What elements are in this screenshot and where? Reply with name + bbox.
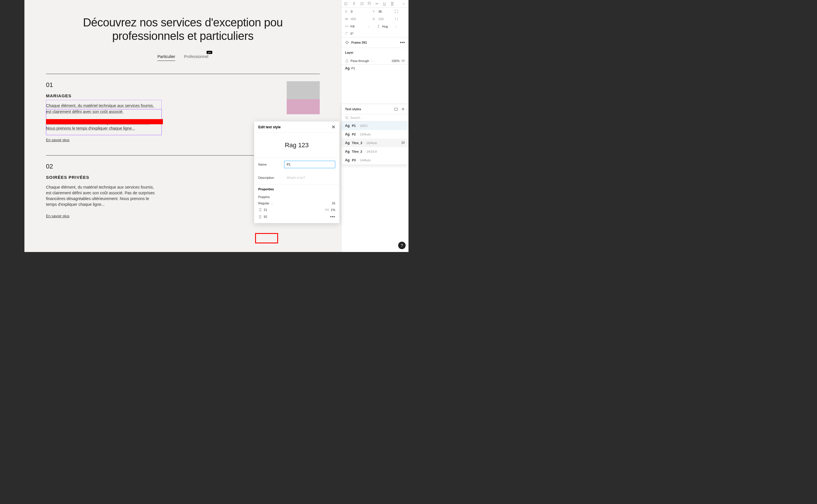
distribute-icon[interactable] bbox=[390, 2, 394, 6]
search-icon bbox=[345, 116, 349, 119]
more-type-options-icon[interactable]: ••• bbox=[330, 214, 335, 219]
align-right-icon[interactable] bbox=[360, 2, 363, 6]
align-hcenter-icon[interactable] bbox=[352, 2, 356, 6]
text-styles-search[interactable]: Search bbox=[342, 114, 408, 121]
more-alignment-icon[interactable] bbox=[402, 2, 406, 6]
font-weight[interactable]: Regular bbox=[258, 201, 270, 205]
text-style-item-p1[interactable]: Ag P1 · 16/21 bbox=[342, 121, 408, 130]
style-description-input[interactable] bbox=[284, 174, 335, 181]
annotation-red-highlight bbox=[46, 119, 163, 124]
text-styles-title: Text styles bbox=[345, 107, 361, 111]
svg-point-0 bbox=[403, 60, 404, 61]
blend-mode[interactable]: Pass through bbox=[351, 59, 369, 63]
style-preview: Rag 123 bbox=[254, 133, 339, 158]
learn-more-link[interactable]: En savoir plus bbox=[46, 138, 69, 142]
description-label: Description bbox=[258, 176, 281, 179]
svg-point-2 bbox=[402, 141, 403, 142]
pro-badge: pro bbox=[207, 51, 212, 54]
align-top-icon[interactable] bbox=[367, 2, 371, 6]
annotation-red-box bbox=[255, 233, 278, 243]
section-paragraph: Chaque élément, du matériel technique au… bbox=[46, 184, 158, 208]
x-value[interactable]: 0 bbox=[351, 10, 371, 13]
style-name-input[interactable] bbox=[284, 161, 335, 168]
services-tabs: Particulier Professionnel pro bbox=[24, 54, 341, 61]
font-size[interactable]: 16 bbox=[332, 201, 335, 205]
h-label: H bbox=[373, 17, 377, 21]
text-style-item-p3[interactable]: Ag P3 · 14/Auto bbox=[342, 156, 408, 164]
align-left-icon[interactable] bbox=[344, 2, 348, 6]
svg-point-1 bbox=[346, 117, 348, 119]
letter-spacing-icon bbox=[325, 208, 329, 212]
section-title: MARIAGES bbox=[46, 93, 287, 98]
w-value[interactable]: 489 bbox=[351, 17, 371, 21]
more-icon[interactable]: ••• bbox=[400, 40, 405, 45]
line-height-value[interactable]: 21 bbox=[264, 208, 267, 212]
layers-panel bbox=[0, 0, 24, 252]
properties-title: Properties bbox=[254, 184, 339, 194]
tab-particulier[interactable]: Particulier bbox=[157, 54, 175, 61]
learn-more-link[interactable]: En savoir plus bbox=[46, 214, 69, 218]
search-placeholder: Search bbox=[350, 116, 360, 119]
resize-h[interactable]: Hug bbox=[382, 25, 394, 28]
y-value[interactable]: 36 bbox=[378, 10, 393, 13]
y-label: Y bbox=[373, 10, 377, 13]
tab-professionnel-label: Professionnel bbox=[184, 54, 208, 59]
section-number: 01 bbox=[46, 81, 287, 89]
align-bottom-icon[interactable] bbox=[383, 2, 386, 6]
autolayout-icon bbox=[345, 40, 349, 44]
hero-heading-line2: professionnels et particuliers bbox=[112, 30, 254, 42]
popup-title: Edit text style bbox=[258, 125, 281, 129]
text-style-item-p2[interactable]: Ag P2 · 18/Auto bbox=[342, 130, 408, 139]
rotation-icon bbox=[345, 32, 349, 35]
help-button[interactable]: ? bbox=[398, 242, 406, 249]
hero-heading: Découvrez nos services d'exception pou p… bbox=[24, 16, 341, 43]
resize-w[interactable]: Fill bbox=[351, 25, 366, 28]
letter-spacing-value[interactable]: 1% bbox=[331, 208, 335, 212]
blend-mode-icon bbox=[345, 59, 349, 63]
h-value[interactable]: 108 bbox=[378, 17, 393, 21]
current-text-style[interactable]: P1 bbox=[351, 67, 355, 70]
close-icon[interactable]: ✕ bbox=[332, 124, 335, 130]
text-style-item-titre3[interactable]: Ag Titre_3 · 16/Auto bbox=[342, 139, 408, 147]
design-panel: X 0 Y 36 W 489 H 108 Fill ⌵ Hug ⌵ 0° Fra… bbox=[341, 0, 408, 252]
layer-section-title: Layer bbox=[342, 48, 408, 57]
w-label: W bbox=[345, 17, 349, 21]
chevron-down-icon[interactable]: ⌵ bbox=[395, 25, 397, 28]
paragraph-spacing-icon bbox=[258, 215, 262, 219]
vertical-resize-icon bbox=[377, 24, 380, 28]
visibility-icon[interactable] bbox=[401, 59, 405, 63]
chevron-down-icon[interactable]: ⌵ bbox=[271, 202, 273, 205]
alignment-toolbar bbox=[342, 0, 408, 8]
section-image bbox=[287, 81, 320, 114]
line-height-icon bbox=[258, 208, 262, 212]
constrain-proportions-icon[interactable] bbox=[394, 17, 398, 21]
add-style-icon[interactable] bbox=[401, 107, 405, 111]
font-family[interactable]: Poppins bbox=[258, 195, 270, 199]
align-to-pixel-icon[interactable] bbox=[394, 9, 398, 13]
align-vcenter-icon[interactable] bbox=[375, 2, 379, 6]
chevron-down-icon[interactable]: ⌵ bbox=[368, 25, 370, 28]
horizontal-resize-icon bbox=[345, 24, 349, 28]
text-style-item-titre2[interactable]: Ag Titre_2 · 14/18.8 bbox=[342, 147, 408, 156]
hero-heading-line1: Découvrez nos services d'exception pou bbox=[83, 16, 283, 29]
library-icon[interactable] bbox=[394, 107, 398, 111]
opacity-value[interactable]: 100% bbox=[392, 59, 400, 63]
rotation-value[interactable]: 0° bbox=[351, 32, 354, 35]
paragraph-spacing-value[interactable]: 92 bbox=[264, 215, 267, 218]
x-label: X bbox=[345, 10, 349, 13]
edit-style-icon[interactable] bbox=[401, 141, 405, 145]
chevron-down-icon[interactable]: ⌵ bbox=[371, 59, 373, 62]
text-styles-panel: Text styles Search Ag P1 · 16/21 Ag P2 ·… bbox=[342, 104, 408, 164]
edit-text-style-popup: Edit text style ✕ Rag 123 Name Descripti… bbox=[254, 121, 340, 223]
tab-professionnel[interactable]: Professionnel pro bbox=[184, 54, 208, 61]
svg-point-3 bbox=[404, 141, 404, 142]
name-label: Name bbox=[258, 163, 281, 166]
ag-icon: Ag bbox=[345, 66, 350, 70]
frame-name[interactable]: Frame 351 bbox=[351, 41, 367, 44]
